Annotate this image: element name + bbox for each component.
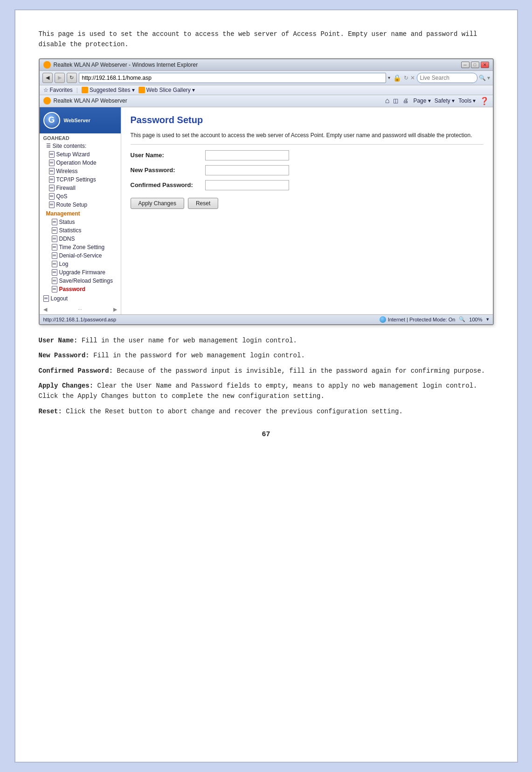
sidebar-item-timezone[interactable]: Time Zone Setting [40, 243, 121, 251]
sidebar-item-log[interactable]: Log [40, 260, 121, 268]
print-icon[interactable]: 🖨 [403, 97, 408, 104]
doc-icon [52, 278, 57, 284]
page-container: This page is used to set the account to … [14, 9, 518, 763]
browser-window: Realtek WLAN AP Webserver - Windows Inte… [39, 58, 494, 325]
sidebar-logo: G WebServer [40, 107, 121, 133]
nav-stop-icon: ✕ [410, 75, 415, 81]
doc-icon [49, 168, 55, 174]
suggested-sites-link[interactable]: Suggested Sites ▾ [82, 87, 135, 93]
sidebar-item-label: Firewall [56, 185, 76, 191]
goahead-logo-circle: G [43, 112, 60, 129]
sidebar-item-save-reload[interactable]: Save/Reload Settings [40, 277, 121, 285]
maximize-button[interactable]: □ [471, 62, 479, 68]
sidebar-item-statistics[interactable]: Statistics [40, 226, 121, 235]
sidebar-scroll-area: ◀ ··· ▶ [40, 305, 121, 314]
sidebar-item-dos[interactable]: Denial-of-Service [40, 251, 121, 260]
forward-button[interactable]: ▶ [55, 73, 65, 83]
desc-reset-label: Reset: [39, 408, 62, 415]
sidebar-item-qos[interactable]: QoS [40, 192, 121, 201]
favorites-label: Favorites [50, 87, 73, 93]
page-description: This page is used to set the account to … [131, 131, 484, 145]
sidebar-item-logout[interactable]: Logout [40, 294, 121, 303]
zoom-dropdown[interactable]: ▾ [486, 316, 489, 322]
web-slice-link[interactable]: Web Slice Gallery ▾ [138, 87, 195, 93]
sidebar-item-label: QoS [56, 193, 68, 200]
page-menu[interactable]: Page ▾ [413, 97, 430, 104]
browser-window-controls: ─ □ ✕ [461, 62, 489, 68]
search-input[interactable] [417, 73, 477, 83]
site-contents-label: Site contents: [53, 143, 87, 149]
address-dropdown[interactable]: ▾ [388, 75, 390, 80]
desc-reset-text: Click the Reset button to abort change a… [66, 408, 403, 415]
browser-title-area: Realtek WLAN AP Webserver - Windows Inte… [43, 61, 198, 69]
confirmed-password-input[interactable] [205, 180, 289, 190]
sidebar-item-wireless[interactable]: Wireless [40, 167, 121, 175]
password-form: User Name: New Password: Confirmed Passw… [131, 150, 484, 209]
help-icon[interactable]: ❓ [480, 97, 489, 105]
page-title: Password Setup [131, 115, 484, 125]
main-content-area: Password Setup This page is used to set … [121, 107, 493, 314]
intro-text: This page is used to set the account to … [39, 29, 494, 50]
back-button[interactable]: ◀ [42, 73, 53, 83]
sidebar-item-status[interactable]: Status [40, 218, 121, 226]
sidebar-item-tcpip[interactable]: TCP/IP Settings [40, 175, 121, 184]
doc-icon [49, 160, 55, 166]
desc-user-name-text: Fill in the user name for web management… [82, 337, 297, 344]
page-tab-label: Realtek WLAN AP Webserver [54, 97, 127, 104]
browser-toolbar: ◀ ▶ ↻ ▾ 🔒 ↻ ✕ 🔍 ▾ [40, 71, 493, 85]
apply-changes-button[interactable]: Apply Changes [131, 198, 184, 209]
doc-icon [52, 286, 57, 292]
user-name-input[interactable] [205, 150, 289, 160]
list-icon: ☰ [46, 143, 51, 149]
doc-icon [52, 261, 57, 267]
sidebar-item-password[interactable]: Password [40, 285, 121, 293]
confirmed-password-label: Confirmed Password: [131, 181, 205, 188]
sidebar-item-label: DDNS [59, 236, 75, 242]
scroll-right[interactable]: ▶ [113, 306, 117, 313]
sidebar-item-label: Password [59, 286, 86, 292]
doc-icon [52, 219, 57, 225]
sidebar-item-label: Route Setup [56, 202, 88, 208]
address-input[interactable] [79, 73, 386, 83]
sidebar-item-label: Statistics [59, 227, 82, 234]
zoom-icon: 🔍 [459, 316, 465, 322]
web-slice-icon [138, 87, 145, 93]
tools-menu[interactable]: Tools ▾ [458, 97, 476, 104]
refresh-button[interactable]: ↻ [67, 73, 77, 83]
sidebar-item-label: Status [59, 219, 75, 225]
search-dropdown[interactable]: ▾ [487, 75, 490, 81]
doc-icon [52, 244, 57, 250]
sidebar-item-operation-mode[interactable]: Operation Mode [40, 159, 121, 167]
sidebar-item-label: Upgrade Firmware [59, 269, 105, 276]
search-icon[interactable]: 🔍 [479, 75, 486, 81]
scroll-left[interactable]: ◀ [43, 306, 47, 313]
sidebar-item-firewall[interactable]: Firewall [40, 184, 121, 192]
confirmed-password-row: Confirmed Password: [131, 180, 484, 190]
new-password-input[interactable] [205, 165, 289, 175]
feed-icon[interactable]: ◫ [393, 97, 398, 104]
close-button[interactable]: ✕ [481, 62, 489, 68]
sidebar-item-label: Logout [51, 295, 68, 302]
favorites-button[interactable]: ☆ Favorites [43, 87, 73, 93]
browser-title-text: Realtek WLAN AP Webserver - Windows Inte… [54, 62, 198, 68]
desc-reset: Reset: Click the Reset button to abort c… [39, 406, 494, 417]
address-bar: ▾ 🔒 ↻ ✕ [79, 73, 415, 83]
favorites-bar: ☆ Favorites | Suggested Sites ▾ Web Slic… [40, 85, 493, 95]
minimize-button[interactable]: ─ [461, 62, 470, 68]
sidebar-item-setup-wizard[interactable]: Setup Wizard [40, 150, 121, 159]
desc-user-name: User Name: Fill in the user name for web… [39, 335, 494, 346]
status-protected: Internet | Protected Mode: On [380, 316, 456, 323]
sidebar-item-route-setup[interactable]: Route Setup [40, 201, 121, 209]
page-label-area: Realtek WLAN AP Webserver [43, 97, 127, 104]
home-icon[interactable]: ⌂ [385, 97, 390, 105]
nav-refresh-icon: ↻ [404, 75, 408, 81]
zoom-level: 100% [469, 317, 482, 322]
doc-icon [43, 295, 49, 302]
sidebar-item-ddns[interactable]: DDNS [40, 235, 121, 243]
sidebar-item-upgrade[interactable]: Upgrade Firmware [40, 268, 121, 277]
browser-statusbar: http://192.168.1.1/password.asp Internet… [40, 314, 493, 324]
reset-button[interactable]: Reset [188, 198, 218, 209]
security-icon: 🔒 [393, 74, 401, 82]
search-bar: 🔍 ▾ [417, 73, 490, 83]
safety-menu[interactable]: Safety ▾ [435, 97, 455, 104]
